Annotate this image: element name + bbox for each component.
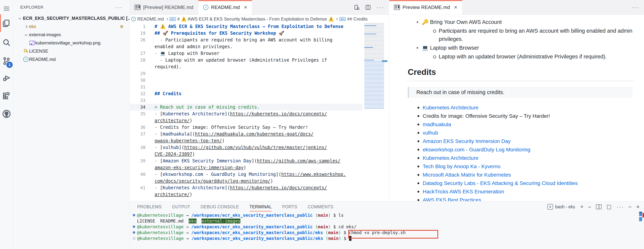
credits-link[interactable]: HackTricks AWS EKS Enumeration xyxy=(423,189,504,195)
bullet-icon xyxy=(418,199,419,201)
panel-tab-terminal[interactable]: TERMINAL xyxy=(250,201,272,212)
explorer-more-actions[interactable]: ··· xyxy=(115,6,122,8)
breadcrumb-item[interactable]: iREADME.md xyxy=(131,17,164,22)
files-icon xyxy=(2,19,11,28)
editor-line-27[interactable]: 27- 💻 Laptop with Browser xyxy=(130,50,363,57)
chevron-right-icon xyxy=(24,25,28,28)
editor-line-37[interactable]: 37- [madhuakula](https://madhuakula.com/… xyxy=(130,131,363,137)
terminal-dropdown-chevron[interactable] xyxy=(588,205,591,208)
credits-link[interactable]: Kubernetes Architecture xyxy=(423,105,478,111)
editor-line-35[interactable]: 35- [Kubernetes Architecture](https://ku… xyxy=(130,111,363,117)
editor-content[interactable]: 1# ⚠️ AWS ECR & EKS Security Masterclass… xyxy=(130,23,363,198)
panel-tab-debug-console[interactable]: DEBUG CONSOLE xyxy=(200,201,239,212)
minimap[interactable] xyxy=(363,23,386,110)
panel-tab-problems[interactable]: PROBLEMS xyxy=(137,201,162,212)
line-number: 28 xyxy=(130,58,146,63)
close-icon[interactable]: × xyxy=(244,4,247,11)
terminal-instance-label[interactable]: $ bash - eks xyxy=(548,204,575,210)
editor-more-actions[interactable]: ··· xyxy=(376,6,384,8)
line-number: 41 xyxy=(130,185,146,190)
editor-line-32[interactable]: 32## Credits xyxy=(130,90,363,97)
close-icon[interactable]: × xyxy=(454,4,457,11)
preview-list-item: •💻 Laptop with Browser xyxy=(416,43,644,53)
tree-item-external-images[interactable]: external-images xyxy=(13,31,130,39)
tab-preview-readme-md[interactable]: [Preview] README.md xyxy=(130,0,198,15)
kill-terminal-button[interactable] xyxy=(607,204,611,209)
editor-line-wrap[interactable]: owasp-kubernetes-top-ten/) xyxy=(130,137,363,144)
close-panel-button[interactable]: × xyxy=(636,204,640,210)
tree-item-license[interactable]: LICENSE xyxy=(13,47,130,55)
extensions-icon xyxy=(2,91,11,100)
explorer-view-button[interactable] xyxy=(0,15,13,32)
panel-more-actions[interactable]: ··· xyxy=(616,206,624,208)
panel-tab-output[interactable]: OUTPUT xyxy=(172,201,190,212)
editor-line-19[interactable]: 19## 🚀 Prerequisites for EKS Security Wo… xyxy=(130,30,363,37)
editor-line-29[interactable]: 29 xyxy=(130,70,363,77)
credits-link[interactable]: madhuakula xyxy=(423,122,451,127)
editor-line-36[interactable]: 36- Credits for image: Offensive Securit… xyxy=(130,124,363,131)
minimap-heading-mark xyxy=(364,25,376,26)
editor-line-38[interactable]: 38- [vulhub](https://github.com/vulhub/v… xyxy=(130,144,363,151)
extensions-view-button[interactable] xyxy=(0,87,13,104)
tree-item-label: ECR_EKS_SECURITY_MASTERCLASS_PUBLIC [... xyxy=(23,16,130,21)
chevron-down-icon xyxy=(18,17,21,20)
panel-tab-ports[interactable]: PORTS xyxy=(282,201,297,212)
credits-list-item: vulhub xyxy=(418,129,644,137)
editor-line-wrap[interactable]: CVE-2024-23897) xyxy=(130,151,363,158)
editor-line-34[interactable]: 34> Reach out in case of missing credits… xyxy=(130,104,363,111)
tree-item-label: external-images xyxy=(29,32,61,37)
split-terminal-button[interactable] xyxy=(596,204,602,209)
credits-link[interactable]: Amazon EKS Security Immersion Day xyxy=(423,138,511,144)
credits-link[interactable]: Microsoft Attack Matrix for Kubernetes xyxy=(423,172,511,178)
tree-item-readme-md[interactable]: iREADME.md xyxy=(13,55,130,64)
preview-editor-group: Preview README.md × ··· •🔑 Bring Your Ow… xyxy=(389,0,644,201)
tree-item-kubernetesvillage-workshop-png[interactable]: kubernetesvillage_workshop.png xyxy=(13,39,130,47)
editor-line-30[interactable]: 30 xyxy=(130,77,363,84)
markdown-preview-icon xyxy=(394,5,400,10)
preview-more-actions[interactable]: ··· xyxy=(632,6,639,8)
breadcrumb-item[interactable]: abc## Credits xyxy=(339,17,368,22)
new-terminal-button[interactable]: + xyxy=(580,204,584,210)
breadcrumb-item[interactable]: abc# ⚠️ AWS ECR & EKS Security Mastercla… xyxy=(170,17,334,22)
panel-tab-comments[interactable]: COMMENTS xyxy=(308,201,333,212)
tab-readme-md[interactable]: iREADME.md× xyxy=(198,0,252,15)
bullet-icon xyxy=(433,53,439,61)
minimap-links-block xyxy=(364,61,384,109)
source-control-badge: 1 xyxy=(6,62,13,68)
tab-preview-readme[interactable]: Preview README.md × xyxy=(389,0,462,15)
editor-line-wrap[interactable]: amazon-eks-security-immersion-day) xyxy=(130,164,363,171)
editor-line-26[interactable]: 26 - Participants are required to bring … xyxy=(130,37,363,43)
credits-link[interactable]: eksworkshop.com - GuardDuty Log Monitori… xyxy=(423,147,530,153)
search-view-button[interactable] xyxy=(0,34,13,51)
editor-line-wrap[interactable]: required). xyxy=(130,64,363,70)
editor-line-28[interactable]: 28 - Laptop with an updated browser (Adm… xyxy=(130,57,363,64)
editor-line-wrap[interactable]: com/docs/security/guardduty/log-monitori… xyxy=(130,178,363,184)
terminal-scroll-decoration xyxy=(639,213,642,216)
tree-item-ecr-eks-security-masterclass-public[interactable]: ECR_EKS_SECURITY_MASTERCLASS_PUBLIC [... xyxy=(13,14,130,23)
tree-item-label: LICENSE xyxy=(29,49,48,54)
credits-link[interactable]: vulhub xyxy=(423,130,438,136)
editor-line-1[interactable]: 1# ⚠️ AWS ECR & EKS Security Masterclass… xyxy=(130,23,363,30)
editor-line-39[interactable]: 39- [Amazon EKS Security Immersion Day](… xyxy=(130,158,363,164)
split-editor-search-icon[interactable] xyxy=(354,5,360,10)
editor-line-41[interactable]: 41- [Kubernetes Architecture](https://ku… xyxy=(130,184,363,191)
menu-button[interactable] xyxy=(0,3,13,15)
editor-line-40[interactable]: 40- [eksworkshop.com - GuardDuty Log Mon… xyxy=(130,171,363,178)
tree-item-eks[interactable]: eks xyxy=(13,23,130,31)
split-editor-icon[interactable] xyxy=(365,5,371,10)
editor-line-wrap[interactable]: architecture/) xyxy=(130,191,363,198)
run-debug-view-button[interactable] xyxy=(0,69,13,86)
credits-link[interactable]: Datadog Security Labs - EKS Attacking & … xyxy=(423,180,578,186)
editor-line-wrap[interactable]: enabled and admin privileges. xyxy=(130,43,363,50)
editor-line-33[interactable]: 33 xyxy=(130,97,363,104)
credits-link[interactable]: Kubernetes Architecture xyxy=(423,155,478,161)
line-content: # ⚠️ AWS ECR & EKS Security Masterclass … xyxy=(146,24,344,29)
editor-line-wrap[interactable]: architecture/) xyxy=(130,117,363,124)
credits-link[interactable]: AWS EKS Best Practices xyxy=(423,197,481,201)
maximize-panel-button[interactable] xyxy=(628,206,632,209)
heading-rule xyxy=(408,81,634,81)
credits-link[interactable]: Tech Blog by Anoop Ka - Kyverno xyxy=(423,163,500,169)
editor-line-31[interactable]: 31 xyxy=(130,84,363,90)
github-view-button[interactable] xyxy=(0,105,13,122)
indent-guide xyxy=(153,21,154,48)
